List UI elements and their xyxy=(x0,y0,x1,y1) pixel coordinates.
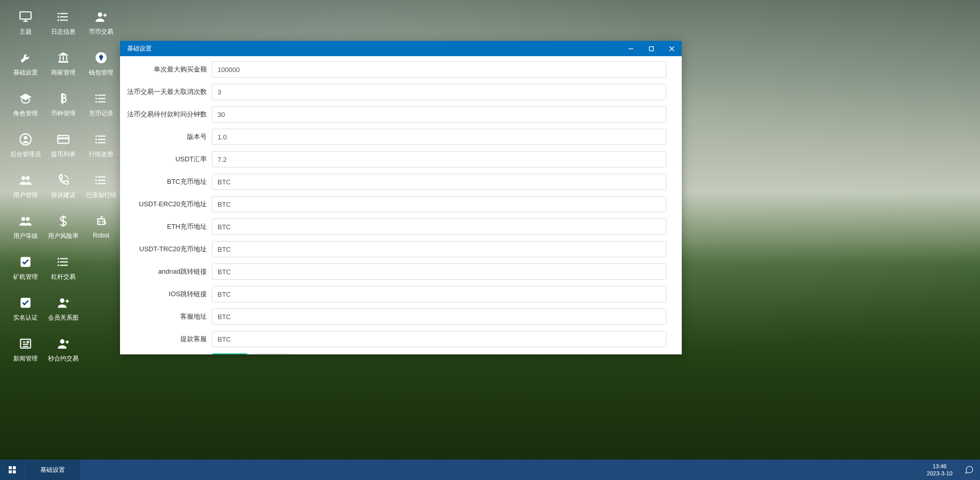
window-minimize-button[interactable] xyxy=(620,41,641,56)
form-label: USDT-ERC20充币地址 xyxy=(125,200,212,209)
form-label: 法币交易一天最大取消次数 xyxy=(125,87,212,97)
form-row-6: USDT-ERC20充币地址 xyxy=(125,196,666,212)
form-label: 提款客服 xyxy=(125,334,212,344)
form-input-4[interactable] xyxy=(212,151,666,167)
users-icon xyxy=(18,173,33,188)
desktop-icon-label: 币种管理 xyxy=(51,109,76,118)
desktop-icon-label: 钱包管理 xyxy=(89,68,113,77)
window-body[interactable]: 单次最大购买金额法币交易一天最大取消次数法币交易待付款时间分钟数版本号USDT汇… xyxy=(120,56,682,354)
desktop-icon-10[interactable]: 提币列表 xyxy=(45,128,81,167)
desktop-icon-label: 会员关系图 xyxy=(48,314,79,322)
form-input-9[interactable] xyxy=(212,263,666,280)
desktop-icon-grid: 主题日志信息币币交易基础设置商家管理钱包管理角色管理币种管理充币记录后台管理员提… xyxy=(8,5,119,372)
desktop-icon-2[interactable]: 币币交易 xyxy=(83,5,119,45)
form-input-7[interactable] xyxy=(212,219,666,235)
desktop-icon-label: 充币记录 xyxy=(89,109,113,118)
list-icon xyxy=(56,9,71,25)
form-label: 版本号 xyxy=(125,132,212,141)
desktop-icon-label: 矿机管理 xyxy=(13,273,38,281)
diamond-icon xyxy=(93,50,109,65)
desktop-icon-label: 实名认证 xyxy=(13,314,38,322)
desktop-icon-label: 后台管理员 xyxy=(10,150,41,159)
desktop-icon-14[interactable]: 已添加行情 xyxy=(83,169,119,208)
desktop-icon-24[interactable]: 新闻管理 xyxy=(8,332,43,372)
window-titlebar[interactable]: 基础设置 xyxy=(120,41,682,56)
desktop-icon-label: 投诉建议 xyxy=(51,191,76,200)
taskbar-active-task[interactable]: 基础设置 xyxy=(25,460,80,480)
taskbar-clock[interactable]: 13:46 2023-3-10 xyxy=(921,460,959,480)
start-button[interactable] xyxy=(0,460,25,480)
form-label: android跳转链接 xyxy=(125,267,212,276)
user-plus-icon xyxy=(93,9,109,25)
form-label: BTC充币地址 xyxy=(125,177,212,186)
form-row-7: ETH充币地址 xyxy=(125,219,666,235)
check-box-icon xyxy=(18,254,33,270)
desktop-icon-1[interactable]: 日志信息 xyxy=(45,5,81,45)
form-input-12[interactable] xyxy=(212,331,666,347)
desktop-icon-12[interactable]: 用户管理 xyxy=(8,169,43,208)
secondary-button[interactable] xyxy=(254,353,290,354)
list-icon xyxy=(56,254,71,270)
form-label: USDT汇率 xyxy=(125,155,212,164)
list-icon xyxy=(93,173,109,188)
desktop-icon-8[interactable]: 充币记录 xyxy=(83,87,119,127)
tray-chat-icon[interactable] xyxy=(959,460,980,480)
desktop-icon-label: 提币列表 xyxy=(51,150,76,159)
form-row-0: 单次最大购买金额 xyxy=(125,61,666,78)
desktop-icon-7[interactable]: 币种管理 xyxy=(45,87,81,127)
form-input-1[interactable] xyxy=(212,84,666,100)
form-input-6[interactable] xyxy=(212,196,666,212)
form-input-2[interactable] xyxy=(212,106,666,123)
svg-rect-7 xyxy=(13,470,16,473)
desktop-icon-label: 用户管理 xyxy=(13,191,38,200)
desktop-icon-17[interactable]: Robot xyxy=(83,209,119,249)
desktop-icon-18[interactable]: 矿机管理 xyxy=(8,250,43,290)
form-label: ETH充币地址 xyxy=(125,222,212,231)
desktop-icon-label: 杠杆交易 xyxy=(51,273,76,281)
form-input-3[interactable] xyxy=(212,129,666,145)
desktop-icon-3[interactable]: 基础设置 xyxy=(8,46,43,86)
form-input-8[interactable] xyxy=(212,241,666,257)
phone-icon xyxy=(56,173,71,188)
desktop-icon-22[interactable]: 会员关系图 xyxy=(45,291,81,331)
window-close-button[interactable] xyxy=(661,41,682,56)
form-input-11[interactable] xyxy=(212,308,666,325)
news-icon xyxy=(18,336,33,351)
check-box-icon xyxy=(18,295,33,310)
form-input-10[interactable] xyxy=(212,286,666,302)
list-icon xyxy=(93,91,109,106)
svg-rect-5 xyxy=(13,466,16,469)
form-row-3: 版本号 xyxy=(125,129,666,145)
taskbar-time: 13:46 xyxy=(927,463,952,470)
desktop-icon-label: 用户等级 xyxy=(13,232,38,241)
desktop-icon-13[interactable]: 投诉建议 xyxy=(45,169,81,208)
desktop-icon-25[interactable]: 秒合约交易 xyxy=(45,332,81,372)
desktop-icon-label: 已添加行情 xyxy=(86,191,116,200)
desktop-icon-15[interactable]: 用户等级 xyxy=(8,209,43,249)
desktop-icon-16[interactable]: 用户风险率 xyxy=(45,209,81,249)
desktop-icon-11[interactable]: 行情走势 xyxy=(83,128,119,167)
desktop-icon-4[interactable]: 商家管理 xyxy=(45,46,81,86)
desktop-icon-19[interactable]: 杠杆交易 xyxy=(45,250,81,290)
form-button-row xyxy=(125,353,666,354)
form-input-5[interactable] xyxy=(212,174,666,190)
desktop-icon-label: 秒合约交易 xyxy=(48,354,79,363)
bitcoin-icon xyxy=(56,91,71,106)
robot-icon xyxy=(93,213,109,229)
desktop-icon-5[interactable]: 钱包管理 xyxy=(83,46,119,86)
submit-button[interactable] xyxy=(212,353,248,354)
form-row-10: IOS跳转链接 xyxy=(125,286,666,302)
desktop-icon-label: 角色管理 xyxy=(13,109,38,118)
window-maximize-button[interactable] xyxy=(641,41,661,56)
form-row-11: 客服地址 xyxy=(125,308,666,325)
desktop-icon-21[interactable]: 实名认证 xyxy=(8,291,43,331)
form-label: IOS跳转链接 xyxy=(125,290,212,299)
form-input-0[interactable] xyxy=(212,61,666,78)
desktop-icon-6[interactable]: 角色管理 xyxy=(8,87,43,127)
window-title: 基础设置 xyxy=(127,44,620,53)
desktop-icon-9[interactable]: 后台管理员 xyxy=(8,128,43,167)
form-row-1: 法币交易一天最大取消次数 xyxy=(125,84,666,100)
desktop-icon-label: 新闻管理 xyxy=(13,354,38,363)
form-label: 单次最大购买金额 xyxy=(125,65,212,74)
desktop-icon-0[interactable]: 主题 xyxy=(8,5,43,45)
